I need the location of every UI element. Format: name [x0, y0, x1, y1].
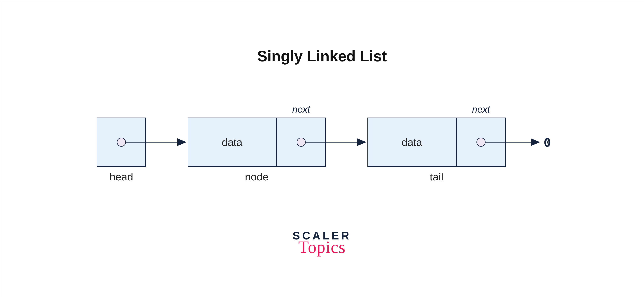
- node2-below-label: tail: [368, 170, 506, 183]
- logo-line2: Topics: [293, 237, 351, 257]
- node2-data-label: data: [402, 136, 422, 148]
- diagram-canvas: Singly Linked List head data next node d…: [0, 0, 644, 297]
- node1-pointer-dot: [297, 138, 306, 147]
- scaler-topics-logo: SCALER Topics: [293, 229, 351, 257]
- diagram-title: Singly Linked List: [0, 48, 644, 65]
- node2-next-label: next: [456, 104, 506, 115]
- node1-data-label: data: [222, 136, 242, 148]
- node1-below-label: node: [188, 170, 326, 183]
- head-pointer-dot: [117, 138, 126, 147]
- node2-pointer-dot: [476, 138, 486, 147]
- head-label: head: [97, 170, 146, 183]
- node1-next-label: next: [276, 104, 326, 115]
